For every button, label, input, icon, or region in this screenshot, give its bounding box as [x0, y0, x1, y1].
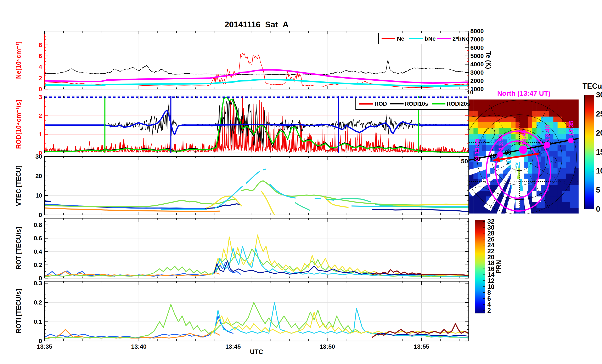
tec-cell	[511, 105, 516, 111]
tec-cell	[482, 208, 486, 214]
tec-cell	[574, 179, 579, 185]
tec-cell	[499, 117, 503, 122]
tec-cell	[507, 117, 511, 122]
tec-cell	[478, 128, 482, 134]
tec-cell	[558, 99, 562, 105]
tec-cell	[541, 151, 545, 157]
tec-cell	[553, 174, 558, 180]
tec-cell	[537, 105, 541, 111]
tec-cell	[520, 117, 524, 122]
te-tick-label: 7000	[470, 36, 484, 43]
tec-cell	[574, 162, 579, 168]
tecu-colorbar: 302520151050	[584, 91, 602, 213]
legend-label-rodi10s: RODI10s	[405, 101, 428, 107]
tec-cell	[549, 111, 553, 117]
series-prn-navy-b	[373, 209, 469, 212]
tec-cell	[511, 134, 516, 139]
tec-cell	[537, 128, 541, 134]
y-tick-label: 4	[39, 64, 42, 70]
prn-colorbar-bar	[475, 220, 485, 313]
tec-cell	[566, 157, 570, 162]
te-tick-label: 6000	[470, 44, 484, 51]
y-tick-label: 0.2	[34, 262, 42, 268]
tec-cell	[558, 134, 562, 139]
tec-cell	[562, 99, 566, 105]
tec-cell	[482, 117, 486, 122]
tec-cell	[574, 122, 579, 128]
tec-cell	[553, 179, 558, 185]
tec-cell	[478, 99, 482, 105]
tec-cell	[469, 162, 474, 168]
tec-cell	[516, 196, 520, 202]
tec-cell	[528, 168, 533, 174]
y-tick-label: 2	[39, 112, 42, 119]
series-prn-navy-a	[44, 201, 50, 201]
y-tick-label: 0.4	[34, 248, 42, 255]
tec-cell	[528, 105, 533, 111]
latitude-label: 70	[489, 152, 496, 159]
tec-cell	[549, 185, 553, 191]
tec-cell	[486, 128, 490, 134]
tec-cell	[553, 128, 558, 134]
tec-cell	[566, 99, 570, 105]
series-Te	[44, 61, 469, 75]
tec-cell	[503, 111, 507, 117]
tec-cell	[532, 139, 537, 145]
legend-label-rodi20s: RODI20s	[447, 101, 470, 107]
tec-cell	[473, 196, 478, 202]
track-time-label: 13:40	[544, 125, 551, 141]
tec-cell	[507, 105, 511, 111]
tec-cell	[482, 196, 486, 202]
tec-cell	[562, 134, 566, 139]
tec-cell	[553, 168, 558, 174]
latitude-label: 60	[473, 155, 480, 162]
te-tick-label: 5000	[470, 53, 484, 59]
tec-cell	[541, 162, 545, 168]
y-tick-label: 20	[35, 173, 42, 179]
tec-cell	[507, 134, 511, 139]
tec-cell	[549, 105, 553, 111]
tec-cell	[469, 202, 474, 208]
tec-cell	[562, 174, 566, 180]
tecu-tick-label: 25	[596, 110, 602, 118]
tec-cell	[486, 145, 490, 151]
tec-cell	[486, 139, 490, 145]
tec-cell	[545, 99, 549, 105]
tec-cell	[549, 99, 553, 105]
polar-tec-map: 13:5513:5013:4513:4013:3550607080	[459, 96, 580, 218]
tec-cell	[478, 105, 482, 111]
tec-cell	[473, 105, 478, 111]
tec-cell	[566, 162, 570, 168]
tec-cell	[537, 122, 541, 128]
series-prn-cyan-d2	[315, 198, 321, 199]
tec-cell	[507, 99, 511, 105]
tec-cell	[503, 122, 507, 128]
track-time-dot	[568, 138, 574, 143]
y-tick-label: 10	[35, 192, 42, 199]
tec-cell	[478, 202, 482, 208]
tec-cell	[558, 191, 562, 196]
legend-ne: Ne bNe 2*bNe	[378, 33, 469, 44]
y-tick-label: 30	[35, 153, 42, 160]
legend-label-rod: ROD	[375, 101, 387, 107]
y-tick-label: 0.8	[34, 222, 42, 228]
y-tick-label: 0	[39, 86, 42, 92]
x-tick-label: 13:35	[37, 343, 52, 350]
tec-cell	[520, 105, 524, 111]
tec-cell	[490, 99, 494, 105]
tec-cell	[553, 99, 558, 105]
tec-cell	[566, 208, 570, 214]
tec-cell	[541, 168, 545, 174]
tec-cell	[516, 139, 520, 145]
tec-cell	[545, 196, 549, 202]
tec-cell	[494, 111, 499, 117]
tecu-tick-label: 10	[596, 167, 602, 175]
tec-cell	[532, 162, 537, 168]
tec-cell	[570, 157, 574, 162]
tec-cell	[562, 191, 566, 196]
tec-cell	[482, 151, 486, 157]
tec-cell	[494, 122, 499, 128]
tec-cell	[566, 151, 570, 157]
tec-cell	[558, 202, 562, 208]
tec-cell	[524, 105, 528, 111]
